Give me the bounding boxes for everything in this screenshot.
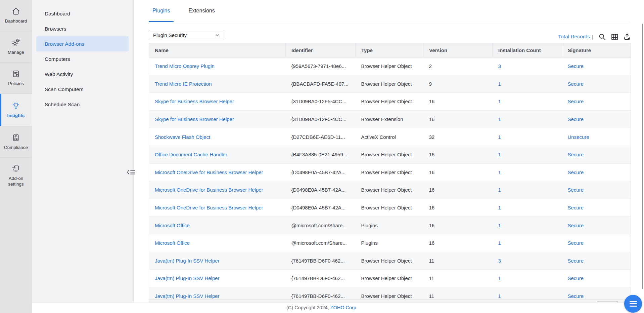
export-icon[interactable] [624,33,631,40]
plugins-table: Name Identifier Type Version Installatio… [149,43,631,305]
vertical-scrollbar[interactable] [642,24,643,289]
plugin-name-link[interactable]: Microsoft OneDrive for Business Browser … [155,205,263,210]
rail-item-compliance[interactable]: Compliance [0,126,32,158]
plugin-name-link[interactable]: Java(tm) Plug-In SSV Helper [155,258,220,264]
identifier-cell: {959A5673-7971-48e6... [286,57,356,75]
table-row: Microsoft Office @microsoft.com/Share...… [149,234,631,252]
signature-link[interactable]: Secure [568,223,584,228]
rail-item-manage[interactable]: Manage [0,31,32,63]
column-header-name[interactable]: Name [149,43,286,57]
rail-item-insights[interactable]: Insights [0,94,32,126]
table-row: Trend Micro Osprey Plugin {959A5673-7971… [149,57,631,75]
type-cell: Browser Helper Object [356,163,423,181]
type-cell: Browser Extension [356,110,423,128]
sidebar-item-browser-add-ons[interactable]: Browser Add-ons [36,36,129,51]
installation-count-link[interactable]: 1 [498,240,501,246]
version-cell: 9 [423,75,493,93]
plugin-security-dropdown[interactable]: Plugin Security [149,30,224,40]
installation-count-link[interactable]: 1 [498,293,501,299]
identifier-cell: {BBACBAFD-FA5E-407... [286,75,356,93]
plugin-name-link[interactable]: Java(tm) Plug-In SSV Helper [155,275,220,281]
installation-count-link[interactable]: 1 [498,275,501,281]
total-records-link[interactable]: Total Records [558,34,590,40]
rail-item-dashboard[interactable]: Dashboard [0,0,32,31]
collapse-sidebar-button[interactable] [126,168,136,176]
policy-document-icon [11,69,20,78]
signature-link[interactable]: Secure [568,240,584,246]
column-header-signature[interactable]: Signature [562,43,631,57]
floating-menu-button[interactable] [624,295,642,313]
toolbar-separator: | [592,34,593,40]
sidebar-item-computers[interactable]: Computers [36,51,129,67]
signature-link[interactable]: Secure [568,81,584,87]
column-header-installation-count[interactable]: Installation Count [493,43,562,57]
plugin-name-link[interactable]: Trend Micro Osprey Plugin [155,63,215,69]
installation-count-link[interactable]: 1 [498,81,501,87]
installation-count-link[interactable]: 1 [498,99,501,104]
plugin-name-link[interactable]: Skype for Business Browser Helper [155,116,234,122]
installation-count-link[interactable]: 3 [498,63,501,69]
installation-count-link[interactable]: 1 [498,187,501,193]
type-cell: Browser Helper Object [356,93,423,111]
plugin-name-link[interactable]: Shockwave Flash Object [155,134,210,140]
table-row: Microsoft OneDrive for Business Browser … [149,181,631,199]
signature-link[interactable]: Secure [568,152,584,157]
signature-link[interactable]: Secure [568,275,584,281]
rail-item-add-on-settings[interactable]: Add-on settings [0,158,32,193]
table-grid-icon[interactable] [611,33,618,40]
plugin-name-link[interactable]: Trend Micro IE Protection [155,81,212,87]
version-cell: 16 [423,146,493,163]
sidebar-item-web-activity[interactable]: Web Activity [36,67,129,82]
signature-link[interactable]: Secure [568,63,584,69]
table-row: Shockwave Flash Object {D27CDB6E-AE6D-11… [149,128,631,146]
table-row: Microsoft Office @microsoft.com/Share...… [149,217,631,234]
type-cell: ActiveX Control [356,128,423,146]
sidebar-item-browsers[interactable]: Browsers [36,21,129,36]
table-row: Trend Micro IE Protection {BBACBAFD-FA5E… [149,75,631,93]
home-icon [11,7,20,16]
installation-count-link[interactable]: 1 [498,223,501,228]
plugin-name-link[interactable]: Skype for Business Browser Helper [155,99,234,104]
type-cell: Plugins [356,217,423,234]
installation-count-link[interactable]: 1 [498,169,501,175]
installation-count-link[interactable]: 1 [498,134,501,140]
signature-link[interactable]: Secure [568,169,584,175]
plugin-name-link[interactable]: Microsoft OneDrive for Business Browser … [155,169,263,175]
column-header-version[interactable]: Version [423,43,493,57]
search-icon[interactable] [599,33,606,40]
installation-count-link[interactable]: 1 [498,205,501,210]
sidebar-item-scan-computers[interactable]: Scan Computers [36,82,129,97]
signature-link[interactable]: Unsecure [568,134,589,140]
plugin-name-link[interactable]: Microsoft Office [155,240,190,246]
column-header-identifier[interactable]: Identifier [286,43,356,57]
table-row: Microsoft OneDrive for Business Browser … [149,199,631,217]
column-header-type[interactable]: Type [356,43,423,57]
type-cell: Browser Helper Object [356,199,423,217]
signature-link[interactable]: Secure [568,99,584,104]
plugin-name-link[interactable]: Microsoft OneDrive for Business Browser … [155,187,263,193]
rail-item-policies[interactable]: Policies [0,63,32,94]
collapse-sidebar-icon [127,169,135,175]
identifier-cell: {31D09BA0-12F5-4CC... [286,93,356,111]
signature-link[interactable]: Secure [568,258,584,264]
table-row: Java(tm) Plug-In SSV Helper {761497BB-D6… [149,270,631,287]
signature-link[interactable]: Secure [568,116,584,122]
type-cell: Browser Helper Object [356,146,423,163]
zoho-corp-link[interactable]: ZOHO Corp. [330,305,358,310]
signature-link[interactable]: Secure [568,205,584,210]
signature-link[interactable]: Secure [568,293,584,299]
plugin-name-link[interactable]: Office Document Cache Handler [155,152,227,157]
sidebar-item-schedule-scan[interactable]: Schedule Scan [36,97,129,112]
sidebar-item-dashboard[interactable]: Dashboard [36,6,129,21]
signature-link[interactable]: Secure [568,187,584,193]
plugin-name-link[interactable]: Microsoft Office [155,223,190,228]
tab-extensions[interactable]: Extensions [185,0,218,22]
installation-count-link[interactable]: 1 [498,152,501,157]
plugin-name-link[interactable]: Java(tm) Plug-In SSV Helper [155,293,220,299]
installation-count-link[interactable]: 3 [498,258,501,264]
type-cell: Browser Helper Object [356,75,423,93]
copyright-text: (C) Copyright 2024, [286,305,329,310]
tab-plugins[interactable]: Plugins [149,0,174,22]
plugins-table-body: Trend Micro Osprey Plugin {959A5673-7971… [149,57,631,305]
installation-count-link[interactable]: 1 [498,116,501,122]
